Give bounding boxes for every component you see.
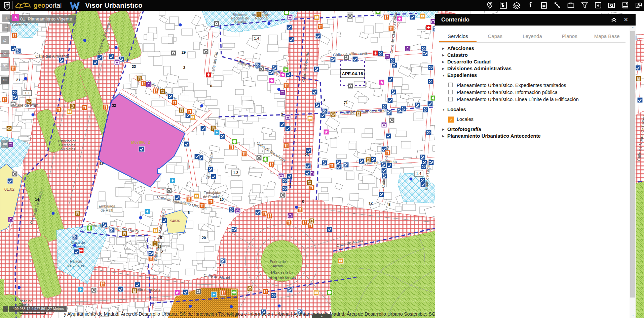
svg-text:8: 8 xyxy=(388,202,390,207)
svg-text:3: 3 xyxy=(239,59,241,63)
svg-text:32: 32 xyxy=(112,103,116,107)
svg-text:de Linares: de Linares xyxy=(67,263,85,267)
svg-text:Puerta de: Puerta de xyxy=(270,260,286,264)
svg-text:Plaza de la: Plaza de la xyxy=(271,270,293,275)
svg-text:21: 21 xyxy=(16,78,20,82)
svg-text:Alcalá: Alcalá xyxy=(273,264,283,268)
svg-text:12: 12 xyxy=(369,201,373,205)
svg-text:Embajada: Embajada xyxy=(203,191,220,195)
svg-text:54836: 54836 xyxy=(170,219,180,223)
svg-text:1.3: 1.3 xyxy=(233,171,238,175)
svg-text:25: 25 xyxy=(305,153,309,157)
svg-text:Independencia: Independencia xyxy=(267,275,296,280)
svg-text:1.4: 1.4 xyxy=(254,36,259,40)
svg-text:29: 29 xyxy=(182,50,186,54)
svg-text:Recoletos: Recoletos xyxy=(60,147,75,151)
svg-text:2: 2 xyxy=(161,250,163,254)
svg-text:5: 5 xyxy=(302,200,304,204)
svg-text:5: 5 xyxy=(160,236,162,240)
svg-text:M07896_2: M07896_2 xyxy=(131,140,150,145)
svg-text:Cercanías: Cercanías xyxy=(59,143,75,147)
svg-text:20: 20 xyxy=(202,236,206,240)
svg-text:14: 14 xyxy=(35,197,39,201)
svg-text:3: 3 xyxy=(323,98,325,102)
svg-text:2: 2 xyxy=(183,65,185,70)
svg-text:Estación de: Estación de xyxy=(58,139,77,143)
svg-text:2: 2 xyxy=(281,112,283,116)
svg-text:de Haití: de Haití xyxy=(101,208,113,212)
svg-text:APE.04.16: APE.04.16 xyxy=(342,71,363,76)
svg-text:2: 2 xyxy=(289,183,291,187)
svg-text:de Francia: de Francia xyxy=(203,195,221,199)
svg-text:6: 6 xyxy=(188,211,190,215)
svg-text:0: 0 xyxy=(210,84,212,88)
svg-text:71: 71 xyxy=(344,101,348,105)
svg-text:10: 10 xyxy=(220,197,224,201)
svg-text:01.02: 01.02 xyxy=(4,187,14,192)
svg-text:Palacio: Palacio xyxy=(70,259,82,263)
svg-text:Embajada: Embajada xyxy=(99,204,115,208)
svg-text:España: España xyxy=(234,20,246,24)
svg-text:19: 19 xyxy=(100,161,104,165)
svg-text:53: 53 xyxy=(157,244,161,248)
svg-text:Guerrero: Guerrero xyxy=(12,23,27,27)
svg-text:Casa de: Casa de xyxy=(71,240,85,244)
svg-text:1.1: 1.1 xyxy=(25,91,30,95)
svg-text:1.4: 1.4 xyxy=(416,172,421,176)
svg-text:23: 23 xyxy=(132,64,136,69)
